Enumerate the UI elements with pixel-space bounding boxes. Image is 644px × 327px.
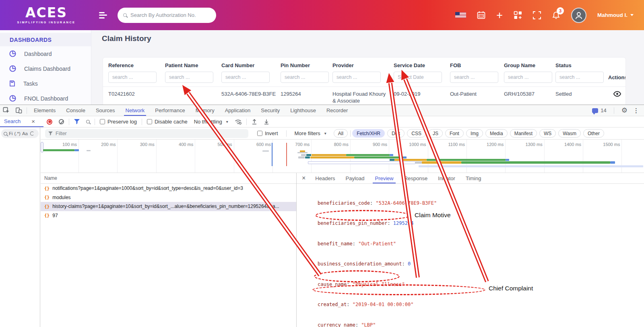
tab-console[interactable]: Console [62, 105, 89, 116]
drawer-tab-search[interactable]: Search × [0, 116, 43, 127]
notification-badge: 3 [557, 7, 564, 14]
tick-label: 1000 ms [389, 140, 428, 173]
network-conditions-button[interactable] [235, 119, 242, 125]
sidebar-item-dashboard[interactable]: Dashboard [0, 46, 91, 61]
tab-headers[interactable]: Headers [310, 173, 340, 183]
waterfall-bar [394, 159, 427, 161]
case-toggle[interactable]: Aa [22, 131, 28, 136]
apps-grid-icon[interactable] [514, 11, 522, 19]
tab-timing[interactable]: Timing [460, 173, 487, 183]
tab-sources[interactable]: Sources [92, 105, 119, 116]
filter-status-input[interactable] [555, 72, 604, 83]
waterfall-bar [346, 154, 390, 156]
brand-logo[interactable]: ACES SIMPLIFYING INSURANCE [0, 6, 93, 24]
disable-cache-checkbox[interactable]: Disable cache [147, 119, 188, 125]
request-row-notifications[interactable]: {} notifications?page=1&paginate=1000&so… [41, 184, 296, 193]
chip-ws[interactable]: WS [539, 129, 556, 138]
refresh-icon[interactable] [30, 132, 34, 136]
throttling-select[interactable]: No throttling ▾ [194, 119, 228, 125]
network-overview-timeline[interactable]: 100 ms 200 ms 300 ms 400 ms 500 ms 600 m… [41, 140, 644, 173]
tab-application[interactable]: Application [221, 105, 255, 116]
menu-toggle-icon[interactable] [99, 12, 107, 19]
record-network-log-button[interactable] [47, 119, 52, 125]
chip-wasm[interactable]: Wasm [558, 129, 581, 138]
filter-service-date-input[interactable] [394, 72, 442, 83]
request-row-modules[interactable]: {} modules [41, 193, 296, 202]
filter-provider-input[interactable] [332, 72, 381, 83]
chip-js[interactable]: JS [428, 129, 443, 138]
filter-fob-input[interactable] [450, 72, 498, 83]
view-claim-button[interactable] [608, 91, 626, 105]
col-status: Status [555, 62, 608, 68]
export-har-button[interactable] [264, 119, 269, 125]
issues-button[interactable]: 14 [592, 107, 606, 113]
tab-network[interactable]: Network [122, 105, 149, 116]
authorization-search [118, 8, 216, 23]
sidebar-item-fnol-dashboard[interactable]: FNOL Dashboard [0, 91, 91, 105]
devtools-settings-icon[interactable]: ⚙ [621, 106, 627, 115]
add-new-icon[interactable]: + [496, 11, 503, 19]
authorization-search-input[interactable] [130, 12, 211, 18]
regex-toggle[interactable]: (.*) [14, 131, 21, 136]
filter-group-name-input[interactable] [504, 72, 552, 83]
user-menu[interactable]: Mahmoud I. [597, 12, 634, 18]
device-toolbar-icon[interactable] [12, 107, 25, 114]
request-row-97[interactable]: {} 97 [41, 211, 296, 220]
json-preview[interactable]: beneficiaries_code: "532A-6406-78E9-B3FE… [297, 184, 644, 327]
chip-manifest[interactable]: Manifest [510, 129, 537, 138]
tab-security[interactable]: Security [257, 105, 284, 116]
calendar-icon[interactable] [477, 11, 485, 19]
tab-memory[interactable]: Memory [192, 105, 219, 116]
tab-recorder[interactable]: Recorder [322, 105, 352, 116]
table-header-row: Reference Patient Name Card Number Pin N… [103, 58, 625, 68]
close-detail-icon[interactable]: × [297, 175, 310, 182]
devtools-menu-icon[interactable]: ⋮ [633, 107, 639, 114]
filter-pin-number-input[interactable] [281, 72, 329, 83]
tab-elements[interactable]: Elements [30, 105, 60, 116]
more-filters-button[interactable]: More filters ▾ [295, 130, 326, 136]
request-row-history-claims[interactable]: {} history-claims?page=1&paginate=10&sor… [41, 202, 296, 211]
drawer-search-box[interactable]: Fi (.*) Aa [1, 129, 39, 138]
notifications-bell-icon[interactable]: 3 [552, 11, 560, 20]
preserve-log-checkbox[interactable]: Preserve log [100, 119, 137, 125]
chip-other[interactable]: Other [583, 129, 604, 138]
table-row[interactable]: T02421602 532A-6406-78E9-B3FE 1295264 Ho… [103, 86, 625, 105]
brand-tagline: SIMPLIFYING INSURANCE [0, 21, 93, 24]
tab-preview[interactable]: Preview [369, 173, 398, 183]
waterfall-bar [461, 161, 610, 164]
fullscreen-icon[interactable] [533, 11, 541, 19]
search-network-button[interactable] [86, 120, 90, 123]
chip-all[interactable]: All [334, 129, 348, 138]
json-file-icon: {} [44, 204, 50, 209]
sidebar-item-claims-dashboard[interactable]: Claims Dashboard [0, 61, 91, 76]
avatar[interactable] [571, 8, 586, 23]
clear-network-log-button[interactable] [59, 119, 64, 124]
invert-checkbox[interactable]: Invert [257, 130, 278, 136]
inspect-element-icon[interactable] [0, 107, 12, 114]
disable-cache-label: Disable cache [155, 119, 188, 125]
sidebar-item-tasks[interactable]: Tasks [0, 76, 91, 91]
filter-reference-input[interactable] [108, 72, 157, 83]
tab-response[interactable]: Response [399, 173, 433, 183]
tab-lighthouse[interactable]: Lighthouse [286, 105, 320, 116]
chip-css[interactable]: CSS [407, 129, 426, 138]
chip-doc[interactable]: Doc [387, 129, 405, 138]
tab-initiator[interactable]: Initiator [433, 173, 460, 183]
network-filter-input[interactable]: Filter [45, 129, 248, 138]
tab-payload[interactable]: Payload [340, 173, 369, 183]
language-flag-icon[interactable] [455, 12, 466, 18]
json-line: business_consideration_amount: 0 [318, 261, 644, 267]
chevron-down-icon: ▾ [324, 131, 326, 136]
filter-patient-name-input[interactable] [165, 72, 213, 83]
chip-fetch-xhr[interactable]: Fetch/XHR [352, 129, 385, 138]
waterfall-bar [415, 161, 422, 164]
chip-font[interactable]: Font [445, 129, 464, 138]
close-drawer-icon[interactable]: × [31, 118, 35, 125]
filter-card-number-input[interactable] [221, 72, 270, 83]
request-detail-tabs: × Headers Payload Preview Response Initi… [297, 173, 644, 184]
tab-performance[interactable]: Performance [151, 105, 189, 116]
chip-media[interactable]: Media [485, 129, 508, 138]
import-har-button[interactable] [252, 119, 257, 125]
chip-img[interactable]: Img [466, 129, 483, 138]
filter-toggle-button[interactable] [74, 119, 80, 124]
